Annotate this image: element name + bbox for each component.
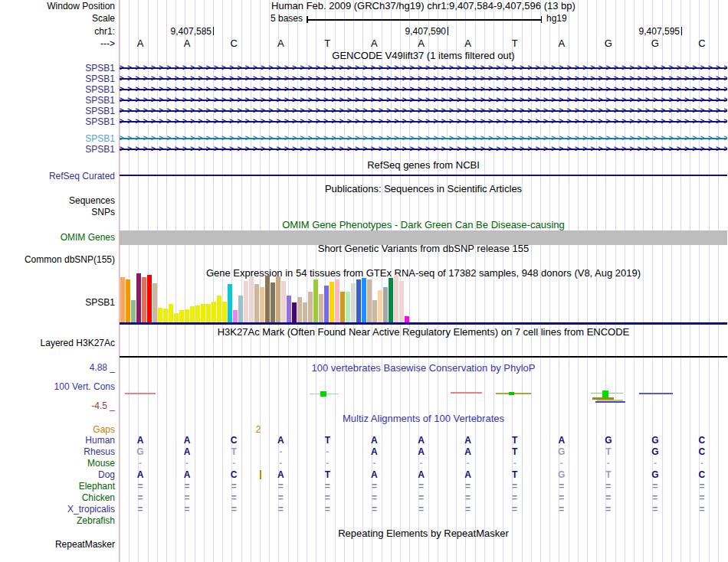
refseq-curated-label[interactable]: RefSeq Curated [0, 171, 115, 181]
alignment-base: = [546, 481, 577, 492]
alignment-base: G [125, 446, 156, 457]
reference-base: C [218, 38, 249, 49]
gtex-tissue-bar [378, 290, 382, 322]
alignment-base: - [359, 458, 389, 469]
alignment-base: A [265, 469, 296, 480]
refseq-track-title[interactable]: RefSeq genes from NCBI [120, 160, 727, 171]
omim-track-title[interactable]: OMIM Gene Phenotypes - Dark Green Can Be… [120, 220, 727, 230]
alignment-base: = [593, 481, 624, 492]
gtex-tissue-bar [346, 292, 350, 322]
alignment-base: = [453, 481, 484, 492]
gencode-transcript-row[interactable]: >>>>>>>>>>>>>>>>>>>>>>>>>>>>>>>>>>>>>>>>… [120, 74, 727, 83]
conservation-feature [125, 393, 156, 394]
gencode-transcript-row[interactable]: >>>>>>>>>>>>>>>>>>>>>>>>>>>>>>>>>>>>>>>>… [120, 134, 727, 143]
gencode-transcript-row[interactable]: >>>>>>>>>>>>>>>>>>>>>>>>>>>>>>>>>>>>>>>>… [120, 64, 727, 73]
gencode-transcript-label[interactable]: SPSB1 [0, 116, 115, 127]
dbsnp-track-title[interactable]: Short Genetic Variants from dbSNP releas… [120, 243, 727, 254]
gencode-transcript-label[interactable]: SPSB1 [0, 133, 115, 144]
vert-cons-label[interactable]: 100 Vert. Cons [0, 381, 115, 392]
gtex-tissue-bar [287, 296, 291, 322]
gencode-transcript-label[interactable]: SPSB1 [0, 74, 115, 84]
multiz-species-label-mouse[interactable]: Mouse [0, 458, 115, 469]
alignment-base: C [687, 469, 717, 480]
gencode-transcript-label[interactable]: SPSB1 [0, 84, 115, 95]
alignment-base: A [359, 469, 389, 480]
alignment-base: T [312, 469, 343, 480]
gtex-tissue-bar [297, 297, 302, 322]
alignment-base: = [405, 492, 436, 503]
alignment-base: = [125, 481, 156, 492]
alignment-base: A [172, 435, 202, 446]
gtex-gene-label[interactable]: SPSB1 [0, 297, 115, 308]
snps-label[interactable]: SNPs [0, 207, 115, 217]
gencode-transcript-row[interactable]: >>>>>>>>>>>>>>>>>>>>>>>>>>>>>>>>>>>>>>>>… [120, 85, 727, 94]
gtex-track-title[interactable]: Gene Expression in 54 tissues from GTEx … [120, 268, 727, 279]
gencode-transcript-row[interactable]: >>>>>>>>>>>>>>>>>>>>>>>>>>>>>>>>>>>>>>>>… [120, 96, 727, 105]
alignment-base: A [359, 446, 389, 457]
gencode-transcript-row[interactable]: >>>>>>>>>>>>>>>>>>>>>>>>>>>>>>>>>>>>>>>>… [120, 117, 727, 126]
alignment-base: A [359, 435, 389, 446]
multiz-species-label-x_tropicalis[interactable]: X_tropicalis [0, 504, 115, 515]
alignment-base: = [265, 504, 296, 515]
gencode-track-title[interactable]: GENCODE V49lift37 (1 items filtered out) [120, 51, 727, 61]
multiz-species-label-zebrafish[interactable]: Zebrafish [0, 515, 115, 526]
conservation-min-label: -4.5 _ [0, 400, 115, 411]
h3k27ac-track-title[interactable]: H3K27Ac Mark (Often Found Near Active Re… [120, 327, 727, 338]
alignment-base: T [593, 469, 624, 480]
gtex-tissue-bar [120, 277, 125, 322]
repeatmasker-track-title[interactable]: Repeating Elements by RepeatMasker [120, 528, 727, 539]
alignment-base: = [265, 492, 296, 503]
gtex-gene-baseline [120, 322, 727, 325]
alignment-base: = [405, 481, 436, 492]
ruler-position-label: 9,407,590 [379, 26, 446, 37]
multiz-species-label-human[interactable]: Human [0, 435, 115, 446]
omim-genes-label[interactable]: OMIM Genes [0, 232, 115, 243]
multiz-species-label-dog[interactable]: Dog [0, 469, 115, 480]
common-dbsnp-label[interactable]: Common dbSNP(155) [0, 254, 115, 265]
sequences-label[interactable]: Sequences [0, 195, 115, 206]
multiz-species-label-elephant[interactable]: Elephant [0, 481, 115, 492]
alignment-base: = [453, 492, 484, 503]
conservation-track-title[interactable]: 100 vertebrates Basewise Conservation by… [120, 363, 727, 374]
alignment-base: G [546, 446, 577, 457]
alignment-base: - [265, 458, 296, 469]
gencode-transcript-row[interactable]: >>>>>>>>>>>>>>>>>>>>>>>>>>>>>>>>>>>>>>>>… [120, 145, 727, 154]
multiz-track-title[interactable]: Multiz Alignments of 100 Vertebrates [120, 413, 727, 424]
gencode-transcript-label[interactable]: SPSB1 [0, 63, 115, 74]
publications-track-title[interactable]: Publications: Sequences in Scientific Ar… [120, 184, 727, 194]
alignment-base: = [405, 504, 436, 515]
layered-h3k27ac-label[interactable]: Layered H3K27Ac [0, 338, 115, 348]
alignment-base: - [312, 446, 343, 457]
conservation-feature [509, 392, 514, 395]
multiz-species-label-rhesus[interactable]: Rhesus [0, 446, 115, 457]
gtex-tissue-bar [244, 281, 248, 322]
gtex-tissue-bar [222, 302, 227, 322]
gencode-transcript-label[interactable]: SPSB1 [0, 144, 115, 155]
multiz-species-label-gaps[interactable]: Gaps [0, 424, 115, 435]
alignment-base: - [500, 458, 530, 469]
gtex-tissue-bar [163, 309, 168, 322]
alignment-base: = [546, 504, 577, 515]
multiz-species-label-chicken[interactable]: Chicken [0, 492, 115, 503]
gencode-transcript-label[interactable]: SPSB1 [0, 95, 115, 106]
ruler-position-label: 9,407,595 [612, 26, 680, 37]
alignment-base: G [546, 469, 577, 480]
alignment-base: A [405, 469, 436, 480]
alignment-base: = [500, 481, 530, 492]
gtex-tissue-bar [185, 309, 189, 322]
gtex-tissue-bar [131, 300, 136, 322]
gtex-tissue-bar [265, 276, 270, 322]
alignment-base: = [125, 504, 156, 515]
alignment-base: C [687, 446, 717, 457]
alignment-base: A [125, 435, 156, 446]
gap-count: 2 [243, 424, 274, 435]
gencode-transcript-row[interactable]: >>>>>>>>>>>>>>>>>>>>>>>>>>>>>>>>>>>>>>>>… [120, 106, 727, 116]
transcript-arrowheads: >>>>>>>>>>>>>>>>>>>>>>>>>>>>>>>>>>>>>>>>… [120, 134, 727, 143]
gtex-tissue-bar [292, 302, 297, 322]
repeatmasker-label[interactable]: RepeatMasker [0, 539, 115, 550]
gtex-tissue-bar [217, 296, 221, 322]
gtex-tissue-bar [271, 283, 275, 322]
refseq-curated-gene-line[interactable] [120, 175, 727, 176]
gencode-transcript-label[interactable]: SPSB1 [0, 106, 115, 116]
gtex-tissue-bar [335, 279, 339, 322]
